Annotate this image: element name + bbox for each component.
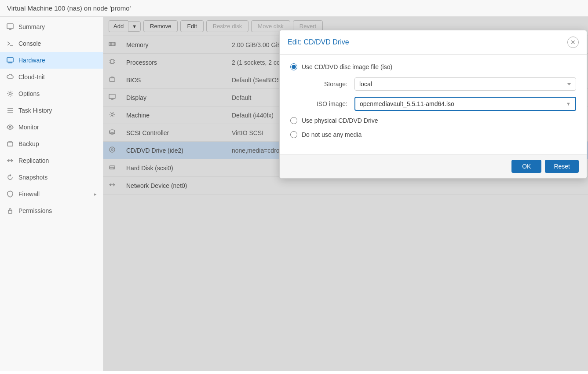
sidebar-item-console[interactable]: Console <box>0 35 103 52</box>
sidebar-item-monitor[interactable]: Monitor <box>0 119 103 136</box>
edit-cdvd-dialog: Edit: CD/DVD Drive ✕ Use CD/DVD disc ima… <box>279 30 587 179</box>
sidebar-item-task-history[interactable]: Task History <box>0 102 103 119</box>
dialog-overlay: Edit: CD/DVD Drive ✕ Use CD/DVD disc ima… <box>103 17 588 371</box>
sidebar-item-label: Firewall <box>18 191 40 198</box>
snapshots-icon <box>6 173 14 181</box>
sidebar-item-label: Task History <box>18 107 52 114</box>
sidebar-item-label: Snapshots <box>18 174 47 181</box>
hardware-icon <box>6 56 14 64</box>
svg-rect-0 <box>7 24 13 29</box>
dialog-body: Use CD/DVD disc image file (iso) Storage… <box>280 55 587 154</box>
dialog-header: Edit: CD/DVD Drive ✕ <box>280 30 587 55</box>
sidebar-item-label: Options <box>18 90 40 97</box>
sidebar-item-label: Replication <box>18 157 49 164</box>
iso-label: ISO image: <box>302 100 354 107</box>
sidebar-item-hardware[interactable]: Hardware <box>0 52 103 69</box>
storage-label: Storage: <box>302 81 354 88</box>
iso-value: openmediavault_5.5.11-amd64.iso <box>360 100 454 107</box>
svg-point-6 <box>9 93 11 95</box>
svg-rect-4 <box>7 58 13 62</box>
monitor-icon <box>6 23 14 31</box>
page-title: Virtual Machine 100 (nas) on node 'promo… <box>7 4 131 12</box>
svg-rect-12 <box>8 210 12 213</box>
options-icon <box>6 90 14 98</box>
use-iso-radio[interactable] <box>290 63 297 70</box>
sidebar-item-label: Backup <box>18 140 39 147</box>
sidebar-item-label: Permissions <box>18 207 52 214</box>
permissions-icon <box>6 207 14 215</box>
sidebar-item-firewall[interactable]: Firewall ▸ <box>0 186 103 202</box>
use-physical-label: Use physical CD/DVD Drive <box>302 117 378 124</box>
sidebar-item-label: Monitor <box>18 124 39 131</box>
use-physical-option[interactable]: Use physical CD/DVD Drive <box>290 117 576 124</box>
list-icon <box>6 106 14 114</box>
svg-rect-11 <box>7 142 13 146</box>
no-media-option[interactable]: Do not use any media <box>290 131 576 138</box>
eye-icon <box>6 123 14 131</box>
sidebar-item-label: Console <box>18 40 41 47</box>
replication-icon <box>6 157 14 165</box>
iso-row: ISO image: openmediavault_5.5.11-amd64.i… <box>290 97 576 111</box>
console-icon <box>6 40 14 48</box>
chevron-right-icon: ▸ <box>94 191 97 197</box>
sidebar-item-snapshots[interactable]: Snapshots <box>0 169 103 186</box>
dialog-footer: OK Reset <box>280 154 587 178</box>
dialog-close-button[interactable]: ✕ <box>567 37 579 48</box>
main-content: Add ▼ Remove Edit Resize disk Move disk … <box>103 17 588 371</box>
sidebar-item-cloud-init[interactable]: Cloud-Init <box>0 69 103 85</box>
use-physical-radio[interactable] <box>290 117 297 124</box>
sidebar-item-label: Hardware <box>18 57 45 64</box>
cloud-icon <box>6 73 14 81</box>
no-media-label: Do not use any media <box>302 131 362 138</box>
sidebar-item-backup[interactable]: Backup <box>0 136 103 152</box>
use-iso-label: Use CD/DVD disc image file (iso) <box>302 63 392 70</box>
sidebar-item-label: Summary <box>18 23 45 30</box>
sidebar-item-summary[interactable]: Summary <box>0 18 103 35</box>
iso-input-wrapper: openmediavault_5.5.11-amd64.iso ▼ <box>354 97 576 111</box>
sidebar-item-label: Cloud-Init <box>18 73 45 81</box>
no-media-radio[interactable] <box>290 131 297 138</box>
storage-select[interactable]: local <box>354 77 576 91</box>
sidebar: Summary Console Hardware Cloud-Init Opti <box>0 17 103 371</box>
iso-dropdown-arrow[interactable]: ▼ <box>566 101 571 106</box>
firewall-icon <box>6 190 14 198</box>
ok-button[interactable]: OK <box>511 160 541 173</box>
sidebar-item-permissions[interactable]: Permissions <box>0 202 103 219</box>
backup-icon <box>6 140 14 148</box>
sidebar-item-replication[interactable]: Replication <box>0 152 103 169</box>
reset-button[interactable]: Reset <box>545 160 579 173</box>
sidebar-item-options[interactable]: Options <box>0 85 103 102</box>
title-bar: Virtual Machine 100 (nas) on node 'promo… <box>0 0 588 17</box>
dialog-title: Edit: CD/DVD Drive <box>288 38 349 46</box>
svg-point-10 <box>9 126 11 128</box>
storage-row: Storage: local <box>290 77 576 91</box>
use-iso-option[interactable]: Use CD/DVD disc image file (iso) <box>290 63 576 70</box>
